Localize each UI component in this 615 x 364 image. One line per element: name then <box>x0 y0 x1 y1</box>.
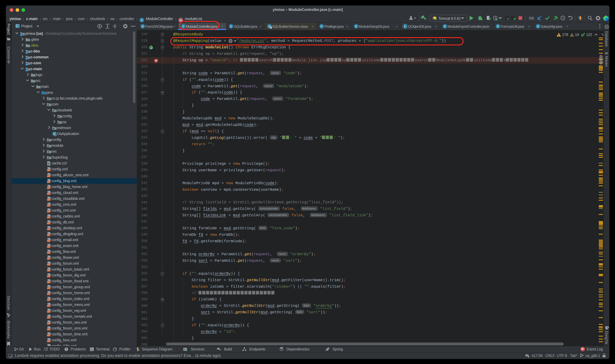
svg-text:<>: <> <box>47 340 50 342</box>
svg-text:<>: <> <box>47 305 50 307</box>
svg-text:<>: <> <box>47 322 50 325</box>
svg-text:<>: <> <box>47 169 50 171</box>
svg-text:<>: <> <box>47 228 50 230</box>
svg-text:<>: <> <box>47 287 50 289</box>
svg-text:<>: <> <box>47 181 50 183</box>
svg-text:<>: <> <box>47 316 50 319</box>
svg-text:<>: <> <box>47 252 50 254</box>
svg-text:<>: <> <box>47 328 50 331</box>
svg-text:<>: <> <box>47 263 50 266</box>
svg-text:<>: <> <box>47 275 50 277</box>
svg-text:<>: <> <box>47 258 50 260</box>
svg-text:<>: <> <box>47 334 50 337</box>
svg-text:<>: <> <box>47 293 50 295</box>
svg-text:<>: <> <box>47 204 50 207</box>
svg-text:<>: <> <box>47 246 50 248</box>
svg-text:<>: <> <box>47 210 50 213</box>
svg-text:<>: <> <box>47 240 50 242</box>
svg-text:<>: <> <box>47 269 50 272</box>
svg-text:<>: <> <box>47 193 50 195</box>
svg-text:<>: <> <box>47 216 50 219</box>
svg-text:<>: <> <box>47 175 50 177</box>
svg-text:<>: <> <box>47 311 50 313</box>
svg-text:<>: <> <box>47 198 50 201</box>
svg-text:<>: <> <box>47 187 50 189</box>
svg-text:<>: <> <box>47 234 50 236</box>
svg-text:<>: <> <box>47 281 50 283</box>
svg-text:?: ? <box>526 354 528 357</box>
svg-text:<>: <> <box>47 222 50 224</box>
svg-text:<>: <> <box>47 299 50 301</box>
